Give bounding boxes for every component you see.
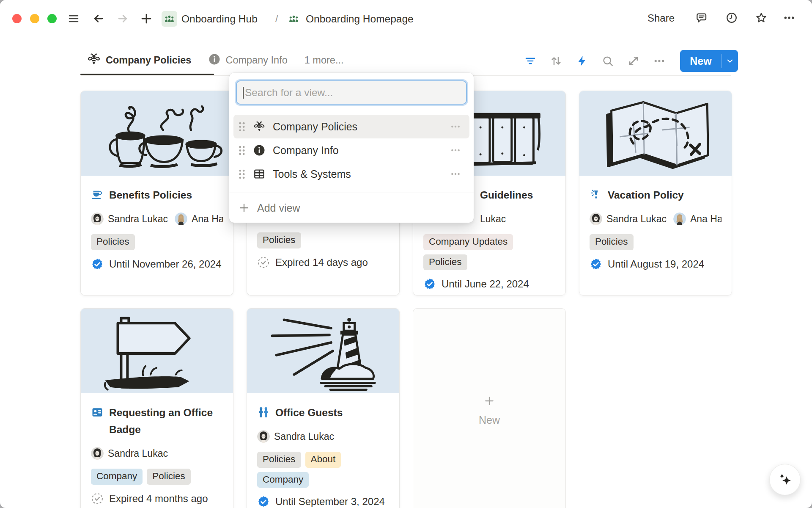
back-icon[interactable] <box>92 12 105 25</box>
ai-assistant-button[interactable] <box>769 464 801 495</box>
minimize-window-button[interactable] <box>30 14 39 23</box>
person: Lukac <box>480 213 506 225</box>
card-tags-row: Company UpdatesPolicies <box>423 234 555 270</box>
gallery-card[interactable]: Vacation PolicySandra LukacAna HauPolici… <box>579 91 732 295</box>
person-name: Lukac <box>480 213 506 225</box>
tag-chip: Policies <box>590 234 634 250</box>
tab-company-info[interactable]: Company Info <box>208 53 287 67</box>
share-button[interactable]: Share <box>647 12 675 24</box>
view-more-icon[interactable] <box>653 54 666 68</box>
card-cover-illustration <box>247 309 399 393</box>
card-title-row: Office Guests <box>257 404 389 421</box>
automation-lightning-icon[interactable] <box>575 54 589 68</box>
view-menu-item[interactable]: Company Policies <box>233 115 469 138</box>
card-status-row: Expired 14 days ago <box>257 256 389 278</box>
card-title: Benefits Policies <box>109 187 192 204</box>
avatar <box>590 213 602 225</box>
favorite-star-icon[interactable] <box>754 11 768 25</box>
breadcrumb-onboarding-homepage[interactable]: Onboarding Homepage <box>286 11 414 27</box>
person-name: Sandra Lukac <box>108 213 168 225</box>
zoom-window-button[interactable] <box>47 14 57 23</box>
item-options-ellipsis-icon[interactable] <box>450 145 461 156</box>
coffee-cup-icon <box>91 188 104 201</box>
views-list: Company PoliciesCompany InfoTools & Syst… <box>233 115 469 186</box>
search-icon[interactable] <box>601 54 614 68</box>
info-icon <box>253 144 266 157</box>
new-page-plus-icon[interactable] <box>140 12 153 25</box>
card-body: Benefits PoliciesSandra LukacAna HaPolic… <box>81 176 233 280</box>
chevron-down-icon[interactable] <box>722 56 738 66</box>
view-search-input[interactable]: Search for a view... <box>236 80 467 105</box>
tab-company-policies[interactable]: Company Policies <box>87 52 191 68</box>
active-tab-underline <box>80 74 214 75</box>
gallery-card[interactable]: Office GuestsSandra LukacPoliciesAboutCo… <box>247 308 400 508</box>
avatar <box>91 447 104 460</box>
view-menu-item[interactable]: Company Info <box>233 138 469 162</box>
filter-icon[interactable] <box>524 54 537 68</box>
drag-handle-icon[interactable] <box>239 169 245 179</box>
status-text: Expired 14 days ago <box>275 257 368 268</box>
card-title-row: Benefits Policies <box>91 187 223 204</box>
view-menu-item[interactable]: Tools & Systems <box>233 162 469 186</box>
tag-chip: Policies <box>257 452 301 468</box>
avatar <box>175 213 187 225</box>
info-icon <box>208 53 221 67</box>
new-button[interactable]: New <box>680 50 738 72</box>
card-status-row: Until August 19, 2024 <box>590 258 721 280</box>
person-name: Ana Ha <box>192 213 223 225</box>
drag-handle-icon[interactable] <box>239 146 245 155</box>
status-text: Until September 3, 2024 <box>275 496 385 508</box>
forward-icon[interactable] <box>116 12 129 25</box>
people-group-icon <box>286 11 302 27</box>
more-options-icon[interactable] <box>782 11 796 25</box>
tag-chip: Policies <box>423 254 467 271</box>
item-options-ellipsis-icon[interactable] <box>450 168 461 179</box>
sidebar-menu-icon[interactable] <box>67 12 80 25</box>
person: Ana Hau <box>673 213 721 225</box>
gallery-card[interactable]: Benefits PoliciesSandra LukacAna HaPolic… <box>80 91 233 295</box>
avatar <box>673 213 686 225</box>
card-title-row: Requesting an Office Badge <box>91 404 223 438</box>
status-text: Until June 22, 2024 <box>442 278 529 290</box>
card-people-row: Sandra LukacAna Ha <box>91 212 223 226</box>
tag-chip: Policies <box>257 232 301 248</box>
app-window: Onboarding Hub / Onboarding Homepage Sha… <box>0 0 812 508</box>
comments-icon[interactable] <box>695 11 708 25</box>
card-status-row: Until November 26, 2024 <box>91 258 223 280</box>
card-tags-row: Policies <box>257 232 389 248</box>
person: Sandra Lukac <box>257 430 334 443</box>
tabs-more-link[interactable]: 1 more... <box>304 55 344 66</box>
view-search-placeholder: Search for a view... <box>245 87 333 99</box>
bee-icon <box>87 52 101 68</box>
card-cover-illustration <box>81 91 233 176</box>
breadcrumb-onboarding-hub[interactable]: Onboarding Hub <box>162 11 258 27</box>
bee-icon <box>253 120 266 133</box>
alert-icon <box>590 188 602 201</box>
person-name: Ana Hau <box>690 213 721 225</box>
id-badge-icon <box>91 406 104 419</box>
drag-handle-icon[interactable] <box>239 122 245 132</box>
expired-circle-icon <box>257 256 270 269</box>
card-title: Guidelines <box>480 187 533 204</box>
new-card-placeholder[interactable]: New <box>413 308 566 508</box>
person: Ana Ha <box>175 213 223 225</box>
card-cover-illustration <box>81 309 233 393</box>
breadcrumb-label: Onboarding Homepage <box>306 13 414 25</box>
card-title: Requesting an Office Badge <box>109 404 223 438</box>
gallery-card[interactable]: Requesting an Office BadgeSandra LukacCo… <box>80 308 233 508</box>
item-options-ellipsis-icon[interactable] <box>450 121 461 132</box>
card-title: Vacation Policy <box>608 187 684 204</box>
tab-label: Company Policies <box>106 55 191 66</box>
person: Sandra Lukac <box>590 213 667 225</box>
add-view-label: Add view <box>257 202 300 214</box>
add-view-button[interactable]: Add view <box>236 193 467 223</box>
person-name: Sandra Lukac <box>606 213 667 225</box>
expand-view-icon[interactable] <box>627 54 640 68</box>
tag-chip: Company <box>91 469 143 485</box>
sort-icon[interactable] <box>549 54 563 68</box>
card-status-row: Expired 4 months ago <box>91 492 223 508</box>
history-clock-icon[interactable] <box>725 11 738 25</box>
close-window-button[interactable] <box>12 14 22 23</box>
verified-badge-icon <box>590 258 602 271</box>
view-menu-item-label: Company Policies <box>273 121 450 133</box>
